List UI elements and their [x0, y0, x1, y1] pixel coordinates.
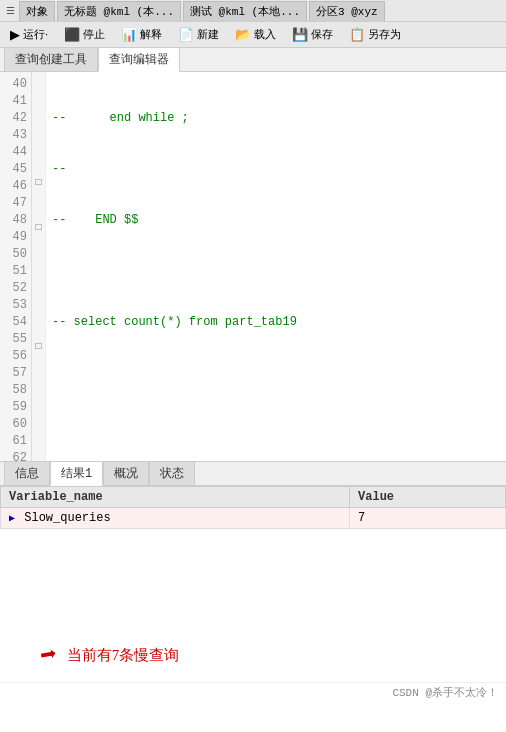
load-button[interactable]: 📂 载入	[231, 25, 280, 44]
code-editor[interactable]: 40 41 42 43 44 45 46 47 48 49 50 51 52 5…	[0, 72, 506, 462]
tab-partition[interactable]: 分区3 @xyz	[309, 1, 385, 21]
footer-text: CSDN @杀手不太冷！	[392, 687, 498, 699]
explain-button[interactable]: 📊 解释	[117, 25, 166, 44]
code-line-43	[52, 263, 500, 280]
code-line-40: -- end while ;	[52, 110, 500, 127]
arrow-icon: ➡	[37, 637, 60, 673]
tab-untitled[interactable]: 无标题 @kml (本...	[57, 1, 181, 21]
col-header-variable: Variable_name	[1, 487, 350, 508]
footer: CSDN @杀手不太冷！	[0, 682, 506, 702]
save-button[interactable]: 💾 保存	[288, 25, 337, 44]
results-area: 信息 结果1 概况 状态 Variable_name Value ▶ Slow_…	[0, 462, 506, 682]
code-area[interactable]: -- end while ; -- -- END $$ -- select co…	[46, 72, 506, 461]
annotation-area: ➡ 当前有7条慢查询	[0, 628, 506, 682]
fold-gutter: □ □ □	[32, 72, 46, 461]
menu-icon[interactable]: ☰	[4, 5, 17, 17]
results-content: Variable_name Value ▶ Slow_queries 7	[0, 486, 506, 628]
results-tab-status[interactable]: 状态	[149, 461, 195, 485]
stop-button[interactable]: ⬛ 停止	[60, 25, 109, 44]
tab-query-builder[interactable]: 查询创建工具	[4, 47, 98, 71]
results-tab-overview[interactable]: 概况	[103, 461, 149, 485]
code-line-44: -- select count(*) from part_tab19	[52, 314, 500, 331]
saveas-button[interactable]: 📋 另存为	[345, 25, 405, 44]
fold-50[interactable]: □	[32, 222, 45, 237]
new-button[interactable]: 📄 新建	[174, 25, 223, 44]
run-button[interactable]: ▶ 运行·	[6, 25, 52, 44]
saveas-icon: 📋	[349, 27, 365, 42]
results-tab-info[interactable]: 信息	[4, 461, 50, 485]
results-table: Variable_name Value ▶ Slow_queries 7	[0, 486, 506, 529]
results-tab-result1[interactable]: 结果1	[50, 461, 103, 486]
results-tab-bar: 信息 结果1 概况 状态	[0, 462, 506, 486]
annotation-text: 当前有7条慢查询	[67, 646, 180, 665]
tab-query-editor[interactable]: 查询编辑器	[98, 47, 180, 72]
cell-value: 7	[350, 508, 506, 529]
fold-47[interactable]: □	[32, 177, 45, 192]
code-line-41: --	[52, 161, 500, 178]
cell-variable: ▶ Slow_queries	[1, 508, 350, 529]
code-line-46	[52, 416, 500, 433]
save-icon: 💾	[292, 27, 308, 42]
new-icon: 📄	[178, 27, 194, 42]
row-indicator: ▶	[9, 513, 17, 524]
col-header-value: Value	[350, 487, 506, 508]
stop-icon: ⬛	[64, 27, 80, 42]
top-bar: ☰ 对象 无标题 @kml (本... 测试 @kml (本地... 分区3 @…	[0, 0, 506, 22]
table-row[interactable]: ▶ Slow_queries 7	[1, 508, 506, 529]
explain-icon: 📊	[121, 27, 137, 42]
fold-58[interactable]: □	[32, 341, 45, 356]
editor-tab-bar: 查询创建工具 查询编辑器	[0, 48, 506, 72]
tab-object[interactable]: 对象	[19, 1, 55, 21]
line-numbers: 40 41 42 43 44 45 46 47 48 49 50 51 52 5…	[0, 72, 32, 461]
toolbar2: ▶ 运行· ⬛ 停止 📊 解释 📄 新建 📂 载入 💾 保存 📋 另存为	[0, 22, 506, 48]
tab-test[interactable]: 测试 @kml (本地...	[183, 1, 307, 21]
code-line-45	[52, 365, 500, 382]
load-icon: 📂	[235, 27, 251, 42]
code-line-42: -- END $$	[52, 212, 500, 229]
run-icon: ▶	[10, 27, 20, 42]
